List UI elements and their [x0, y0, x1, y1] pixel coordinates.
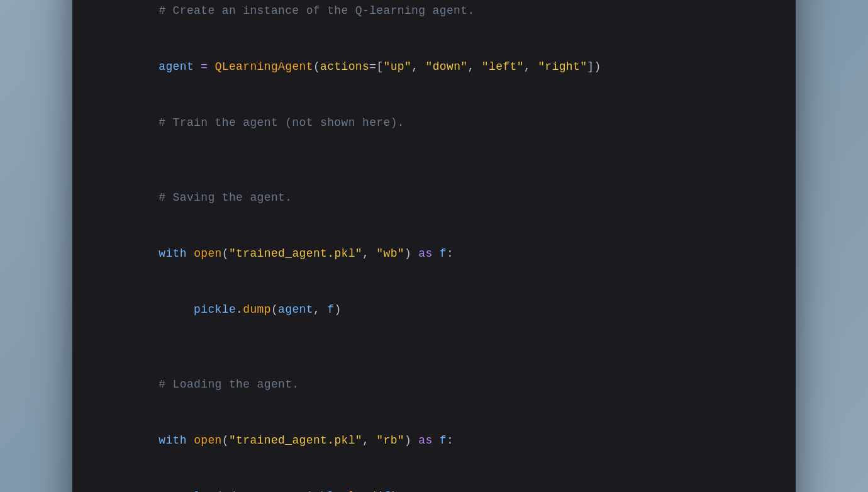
spacer-1 [103, 152, 765, 171]
spacer-2 [103, 338, 765, 357]
line-3: # Train the agent (not shown here). [103, 96, 765, 152]
line-9: loaded_agent = pickle.load(f) [103, 469, 765, 492]
line-2: agent = QLearningAgent(actions=["up", "d… [103, 40, 765, 96]
line-8: with open("trained_agent.pkl", "rb") as … [103, 413, 765, 469]
line-4: # Saving the agent. [103, 170, 765, 226]
line-5: with open("trained_agent.pkl", "wb") as … [103, 226, 765, 282]
line-1: # Create an instance of the Q-learning a… [103, 0, 765, 40]
line-7: # Loading the agent. [103, 357, 765, 413]
code-block: # Create an instance of the Q-learning a… [103, 0, 765, 492]
line-6: pickle.dump(agent, f) [103, 282, 765, 338]
code-area: # Create an instance of the Q-learning a… [72, 0, 796, 492]
code-window: # Create an instance of the Q-learning a… [72, 0, 796, 492]
